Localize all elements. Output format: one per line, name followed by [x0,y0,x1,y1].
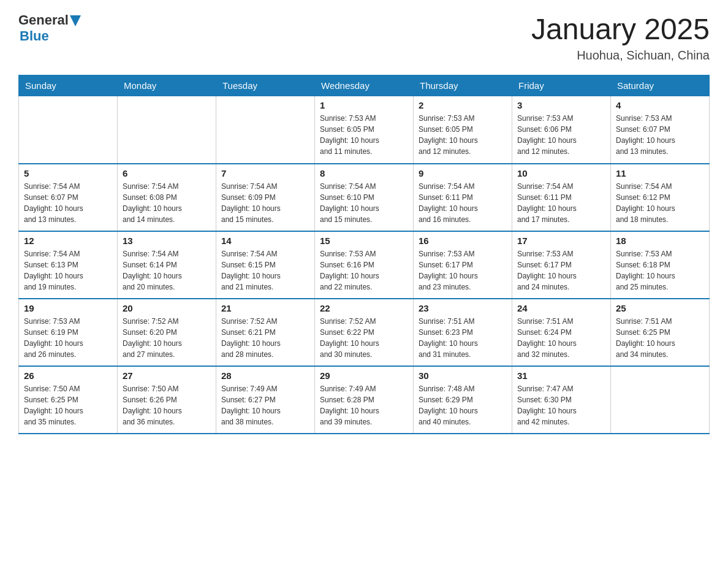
calendar-cell [118,96,216,164]
day-number: 26 [24,370,112,381]
day-info: Sunrise: 7:53 AM Sunset: 6:07 PM Dayligh… [616,113,704,157]
day-info: Sunrise: 7:53 AM Sunset: 6:06 PM Dayligh… [517,113,605,157]
day-info: Sunrise: 7:54 AM Sunset: 6:11 PM Dayligh… [419,181,507,225]
day-number: 3 [517,100,605,110]
calendar-cell: 15Sunrise: 7:53 AM Sunset: 6:16 PM Dayli… [315,231,414,299]
day-number: 6 [123,168,211,178]
day-info: Sunrise: 7:52 AM Sunset: 6:20 PM Dayligh… [123,316,211,360]
weekday-header-row: SundayMondayTuesdayWednesdayThursdayFrid… [19,75,710,96]
day-number: 14 [221,236,309,246]
day-info: Sunrise: 7:54 AM Sunset: 6:08 PM Dayligh… [123,181,211,225]
calendar-cell: 4Sunrise: 7:53 AM Sunset: 6:07 PM Daylig… [611,96,710,164]
calendar-cell: 7Sunrise: 7:54 AM Sunset: 6:09 PM Daylig… [216,164,315,231]
logo-blue-text: Blue [20,28,49,44]
calendar-cell: 25Sunrise: 7:51 AM Sunset: 6:25 PM Dayli… [611,299,710,366]
day-info: Sunrise: 7:54 AM Sunset: 6:10 PM Dayligh… [320,181,408,225]
calendar-cell [611,366,710,434]
day-number: 11 [616,168,704,178]
weekday-header-wednesday: Wednesday [315,75,414,96]
day-number: 18 [616,236,704,246]
calendar-cell: 23Sunrise: 7:51 AM Sunset: 6:23 PM Dayli… [414,299,512,366]
week-row-1: 1Sunrise: 7:53 AM Sunset: 6:05 PM Daylig… [19,96,710,164]
logo: General Blue [18,12,81,44]
calendar-cell: 11Sunrise: 7:54 AM Sunset: 6:12 PM Dayli… [611,164,710,231]
day-number: 4 [616,100,704,110]
day-number: 30 [419,370,507,381]
calendar-title: January 2025 [531,12,710,46]
day-info: Sunrise: 7:52 AM Sunset: 6:22 PM Dayligh… [320,316,408,360]
calendar-cell [216,96,315,164]
day-number: 21 [221,303,309,313]
day-number: 25 [616,303,704,313]
day-info: Sunrise: 7:53 AM Sunset: 6:05 PM Dayligh… [419,113,507,157]
day-info: Sunrise: 7:53 AM Sunset: 6:17 PM Dayligh… [419,248,507,293]
calendar-cell: 5Sunrise: 7:54 AM Sunset: 6:07 PM Daylig… [19,164,118,231]
calendar-cell: 19Sunrise: 7:53 AM Sunset: 6:19 PM Dayli… [19,299,118,366]
day-number: 29 [320,370,408,381]
day-info: Sunrise: 7:53 AM Sunset: 6:17 PM Dayligh… [517,248,605,293]
day-info: Sunrise: 7:49 AM Sunset: 6:27 PM Dayligh… [221,383,309,427]
day-info: Sunrise: 7:54 AM Sunset: 6:11 PM Dayligh… [517,181,605,225]
day-info: Sunrise: 7:54 AM Sunset: 6:12 PM Dayligh… [616,181,704,225]
day-number: 13 [123,236,211,246]
calendar-cell: 2Sunrise: 7:53 AM Sunset: 6:05 PM Daylig… [414,96,512,164]
calendar-cell: 3Sunrise: 7:53 AM Sunset: 6:06 PM Daylig… [512,96,611,164]
day-info: Sunrise: 7:54 AM Sunset: 6:09 PM Dayligh… [221,181,309,225]
day-info: Sunrise: 7:47 AM Sunset: 6:30 PM Dayligh… [517,383,605,427]
calendar-cell: 9Sunrise: 7:54 AM Sunset: 6:11 PM Daylig… [414,164,512,231]
day-number: 16 [419,236,507,246]
day-info: Sunrise: 7:53 AM Sunset: 6:19 PM Dayligh… [24,316,112,360]
page-header: General Blue January 2025 Huohua, Sichua… [18,12,710,63]
calendar-cell: 27Sunrise: 7:50 AM Sunset: 6:26 PM Dayli… [118,366,216,434]
calendar-cell: 20Sunrise: 7:52 AM Sunset: 6:20 PM Dayli… [118,299,216,366]
day-number: 15 [320,236,408,246]
day-info: Sunrise: 7:54 AM Sunset: 6:13 PM Dayligh… [24,248,112,293]
day-info: Sunrise: 7:52 AM Sunset: 6:21 PM Dayligh… [221,316,309,360]
calendar-cell: 22Sunrise: 7:52 AM Sunset: 6:22 PM Dayli… [315,299,414,366]
day-number: 27 [123,370,211,381]
day-number: 2 [419,100,507,110]
day-info: Sunrise: 7:49 AM Sunset: 6:28 PM Dayligh… [320,383,408,427]
day-number: 31 [517,370,605,381]
calendar-subtitle: Huohua, Sichuan, China [531,48,710,63]
calendar-cell: 8Sunrise: 7:54 AM Sunset: 6:10 PM Daylig… [315,164,414,231]
day-number: 23 [419,303,507,313]
calendar-cell: 18Sunrise: 7:53 AM Sunset: 6:18 PM Dayli… [611,231,710,299]
day-info: Sunrise: 7:54 AM Sunset: 6:07 PM Dayligh… [24,181,112,225]
day-info: Sunrise: 7:50 AM Sunset: 6:26 PM Dayligh… [123,383,211,427]
calendar-cell: 31Sunrise: 7:47 AM Sunset: 6:30 PM Dayli… [512,366,611,434]
day-number: 20 [123,303,211,313]
calendar-cell [19,96,118,164]
week-row-4: 19Sunrise: 7:53 AM Sunset: 6:19 PM Dayli… [19,299,710,366]
day-number: 5 [24,168,112,178]
svg-marker-0 [70,15,81,26]
day-info: Sunrise: 7:54 AM Sunset: 6:14 PM Dayligh… [123,248,211,293]
weekday-header-thursday: Thursday [414,75,512,96]
day-number: 22 [320,303,408,313]
week-row-5: 26Sunrise: 7:50 AM Sunset: 6:25 PM Dayli… [19,366,710,434]
calendar-cell: 14Sunrise: 7:54 AM Sunset: 6:15 PM Dayli… [216,231,315,299]
weekday-header-tuesday: Tuesday [216,75,315,96]
week-row-2: 5Sunrise: 7:54 AM Sunset: 6:07 PM Daylig… [19,164,710,231]
calendar-cell: 29Sunrise: 7:49 AM Sunset: 6:28 PM Dayli… [315,366,414,434]
calendar-cell: 21Sunrise: 7:52 AM Sunset: 6:21 PM Dayli… [216,299,315,366]
calendar-header: January 2025 Huohua, Sichuan, China [531,12,710,63]
day-info: Sunrise: 7:53 AM Sunset: 6:18 PM Dayligh… [616,248,704,293]
day-number: 10 [517,168,605,178]
day-info: Sunrise: 7:51 AM Sunset: 6:24 PM Dayligh… [517,316,605,360]
logo-general-text: General [18,12,69,28]
calendar-cell: 24Sunrise: 7:51 AM Sunset: 6:24 PM Dayli… [512,299,611,366]
day-number: 24 [517,303,605,313]
day-info: Sunrise: 7:50 AM Sunset: 6:25 PM Dayligh… [24,383,112,427]
calendar-table: SundayMondayTuesdayWednesdayThursdayFrid… [18,75,710,434]
calendar-cell: 13Sunrise: 7:54 AM Sunset: 6:14 PM Dayli… [118,231,216,299]
weekday-header-monday: Monday [118,75,216,96]
day-info: Sunrise: 7:51 AM Sunset: 6:23 PM Dayligh… [419,316,507,360]
calendar-cell: 28Sunrise: 7:49 AM Sunset: 6:27 PM Dayli… [216,366,315,434]
logo-triangle-icon [70,15,81,26]
calendar-cell: 6Sunrise: 7:54 AM Sunset: 6:08 PM Daylig… [118,164,216,231]
weekday-header-sunday: Sunday [19,75,118,96]
day-number: 7 [221,168,309,178]
week-row-3: 12Sunrise: 7:54 AM Sunset: 6:13 PM Dayli… [19,231,710,299]
day-number: 1 [320,100,408,110]
